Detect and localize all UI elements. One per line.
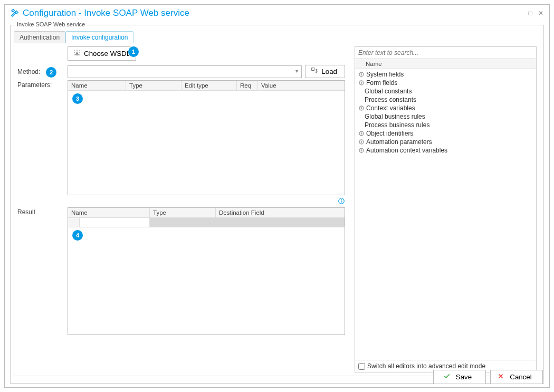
- tree-item-object-identifiers[interactable]: Object identifiers: [355, 129, 536, 138]
- window-title: Configuration - Invoke SOAP Web service: [23, 8, 527, 18]
- search-input[interactable]: [355, 47, 536, 59]
- save-label: Save: [456, 373, 472, 381]
- check-icon: [443, 372, 451, 381]
- close-icon[interactable]: ✕: [538, 10, 544, 16]
- col-destination[interactable]: Destination Field: [216, 208, 345, 217]
- tree-item-automation-parameters[interactable]: Automation parameters: [355, 138, 536, 146]
- tree-item-global-constants[interactable]: Global constants: [355, 87, 536, 95]
- col-value[interactable]: Value: [258, 81, 345, 90]
- tree-item-context-variables[interactable]: Context variables: [355, 104, 536, 112]
- chevron-right-icon: [358, 130, 365, 137]
- tree-item-process-constants[interactable]: Process constants: [355, 95, 536, 104]
- tree-item-system-fields[interactable]: System fields: [355, 70, 536, 79]
- window-buttons: □ ✕: [527, 10, 544, 16]
- cancel-button[interactable]: Cancel: [490, 370, 543, 384]
- col-type[interactable]: Type: [150, 208, 216, 217]
- wrench-icon: [10, 8, 20, 18]
- tab-strip: Authentication Invoke configuration: [14, 31, 543, 43]
- advanced-mode-checkbox[interactable]: [358, 363, 365, 370]
- result-header: Name Type Destination Field: [68, 208, 345, 218]
- col-type[interactable]: Type: [126, 81, 182, 90]
- tree-item-process-business-rules[interactable]: Process business rules: [355, 121, 536, 129]
- cancel-label: Cancel: [510, 373, 532, 381]
- gear-icon: [73, 49, 81, 58]
- svg-point-10: [359, 148, 364, 152]
- parameters-grid[interactable]: Name Type Edit type Req Value 3: [68, 80, 345, 195]
- right-panel: Name System fields Form fields Global co…: [355, 46, 537, 372]
- svg-point-6: [359, 81, 364, 85]
- result-grid[interactable]: Name Type Destination Field 4: [68, 207, 345, 335]
- result-label: Result: [17, 208, 55, 216]
- choose-wsdl-label: Choose WSDL: [84, 50, 130, 58]
- refresh-icon: [311, 67, 318, 76]
- footer: Save Cancel: [433, 370, 543, 384]
- col-req[interactable]: Req: [237, 81, 258, 90]
- badge-2: 2: [46, 67, 56, 78]
- cancel-icon: [497, 372, 504, 381]
- svg-point-8: [359, 131, 364, 136]
- tab-invoke-configuration[interactable]: Invoke configuration: [65, 31, 133, 43]
- svg-point-5: [359, 72, 364, 77]
- chevron-right-icon: [358, 71, 365, 78]
- maximize-icon[interactable]: □: [527, 10, 533, 16]
- load-label: Load: [321, 68, 337, 75]
- col-edit-type[interactable]: Edit type: [182, 81, 237, 90]
- advanced-mode-label: Switch all editors into advanced edit mo…: [367, 362, 485, 370]
- badge-3: 3: [72, 93, 83, 104]
- left-column: Choose WSDL 1 Method: 2 Load: [17, 46, 345, 372]
- group-label: Invoke SOAP Web service: [15, 21, 87, 27]
- groupbox: Invoke SOAP Web service Authentication I…: [10, 25, 544, 384]
- svg-point-7: [359, 106, 364, 110]
- col-name[interactable]: Name: [68, 81, 126, 90]
- load-button[interactable]: Load: [305, 65, 345, 78]
- method-label: Method: 2: [17, 68, 55, 75]
- col-name[interactable]: Name: [68, 208, 150, 217]
- params-header: Name Type Edit type Req Value: [68, 81, 345, 91]
- parameters-label: Parameters:: [17, 81, 55, 89]
- badge-1: 1: [128, 46, 139, 57]
- result-empty-row[interactable]: [68, 218, 345, 227]
- svg-point-9: [359, 140, 364, 144]
- tab-body: Choose WSDL 1 Method: 2 Load: [14, 43, 540, 376]
- choose-wsdl-button[interactable]: Choose WSDL: [68, 46, 136, 61]
- info-icon[interactable]: [338, 197, 345, 206]
- save-button[interactable]: Save: [433, 370, 486, 384]
- tab-authentication[interactable]: Authentication: [14, 31, 65, 43]
- splitter-handle[interactable]: · · · · ·: [348, 46, 351, 372]
- svg-point-0: [76, 52, 78, 54]
- chevron-right-icon: [358, 147, 365, 154]
- tree: System fields Form fields Global constan…: [355, 69, 536, 360]
- svg-rect-1: [312, 68, 314, 71]
- chevron-right-icon: [358, 139, 365, 145]
- method-dropdown[interactable]: [68, 65, 302, 78]
- tree-header[interactable]: Name: [355, 59, 536, 69]
- tree-item-global-business-rules[interactable]: Global business rules: [355, 112, 536, 121]
- chevron-right-icon: [358, 105, 365, 111]
- svg-point-4: [341, 199, 342, 200]
- tree-item-automation-context-variables[interactable]: Automation context variables: [355, 146, 536, 155]
- config-window: Configuration - Invoke SOAP Web service …: [4, 4, 550, 388]
- badge-4: 4: [72, 230, 83, 241]
- chevron-right-icon: [358, 80, 365, 86]
- tree-item-form-fields[interactable]: Form fields: [355, 79, 536, 87]
- titlebar: Configuration - Invoke SOAP Web service …: [5, 5, 549, 22]
